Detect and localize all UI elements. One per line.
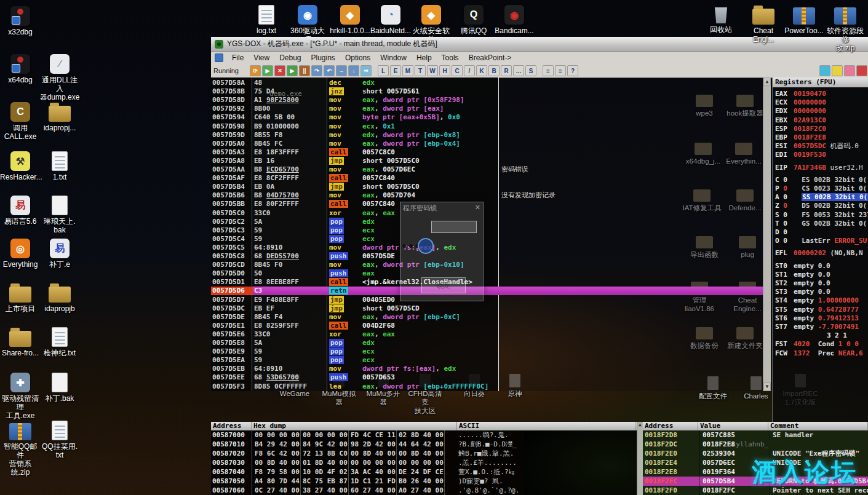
desktop-icon[interactable]: ◎Everything [0,239,41,269]
desktop-icon[interactable]: 软件资源段修改.zip [825,5,866,52]
desktop-icon[interactable]: QQ挂某用.txt [39,421,80,459]
menu-item-file[interactable]: File [227,52,249,63]
toolbar-button[interactable]: ↶ [324,65,335,76]
disasm-row[interactable]: 0057D5928B00moveax, dword ptr [eax] [211,105,763,113]
scroll-down-icon[interactable]: ▼ [763,382,771,391]
disasm-row[interactable]: 0057D5EE68 53D65700push0057D653 [211,373,763,382]
disasm-row[interactable]: 0057D59D8B55 F8movedx, dword ptr [ebp-0x… [211,131,763,140]
desktop-icon[interactable]: idapropjb [39,283,80,313]
desktop-icon[interactable]: x64dbg [0,54,41,84]
disasm-row[interactable]: 0057D5A08B45 FCmoveax, dword ptr [ebp-0x… [211,140,763,148]
disasm-row[interactable]: 0057D5C459popecx [211,235,763,244]
desktop-icon[interactable]: ◔BaiduNetd... [370,5,411,35]
view-button-K[interactable]: K [476,65,487,76]
hexdump-row[interactable]: 00587040F8 79 58 0010 0D 4F 023A AC 40 0… [211,467,637,477]
disasm-row[interactable]: 0057D5E959popecx [211,347,763,356]
desktop-icon[interactable]: x32dbg [0,6,41,36]
disasm-row[interactable]: 0057D5F38D85 0CFFFFFFleaeax, dword ptr [… [211,382,763,391]
toolbar-button[interactable]: ▶ [262,65,273,76]
hexdump-row[interactable]: 00587010B4 29 42 0084 9C 42 0098 2D 42 0… [211,440,637,449]
desktop-icon[interactable]: 琳琅天上.bak [39,196,80,234]
toolbar-button[interactable]: ? [567,65,578,76]
view-button-C[interactable]: C [452,65,463,76]
toolbar-button[interactable]: ↓ [348,65,359,76]
hexdump-row[interactable]: 0058703000 8D 40 0001 8D 40 0000 00 00 0… [211,458,637,467]
mdi-child-icon[interactable] [215,53,223,62]
toolbar-button[interactable] [832,65,843,76]
desktop-icon[interactable]: 智能QQ邮件营销系统.zip [0,421,41,477]
toolbar-button[interactable]: ⇒ [360,65,372,76]
toolbar-button[interactable]: ⟳ [250,65,261,76]
desktop-icon[interactable]: ◉Bandicam... [494,5,535,35]
disasm-row[interactable]: 0057D5EA59popecx [211,356,763,365]
toolbar-button[interactable]: → [336,65,347,76]
disasm-scrollbar[interactable]: ▲ ▼ [763,77,771,391]
hexdump-row[interactable]: 00587020F8 6C 42 0072 13 8B C000 8D 40 0… [211,449,637,458]
disasm-row[interactable]: 0057D5AAB8 ECD65700moveax, 0057D6EC密码错误 [211,165,763,174]
disasm-row[interactable]: 0057D5C564:8910movdword ptr fs:[eax], ed… [211,244,763,252]
disasm-row[interactable]: 0057D5C359popecx [211,226,763,235]
desktop-icon[interactable]: ✚驱动残留清理工具.exe [0,373,41,420]
desktop-icon[interactable]: Q腾讯QQ [453,5,494,35]
menu-item-tools[interactable]: Tools [437,52,464,63]
hexdump-row[interactable]: 00587050A4 80 7D 448C 75 EB 871D C1 21 F… [211,477,637,486]
toolbar-button[interactable]: ≡ [555,65,566,76]
disasm-row[interactable]: 0057D5AFE8 8CF2FFFFcall0057C840 [211,174,763,183]
view-button-R[interactable]: R [501,65,512,76]
hexdump-row[interactable]: 0058700000 00 00 0000 00 00 00FD 4C CE 1… [211,430,637,440]
desktop-icon[interactable]: idapropj... [39,102,80,132]
hexdump-row[interactable]: 005870600C 27 40 0038 27 40 0060 27 40 0… [211,486,637,495]
disasm-row[interactable]: 0057D5D7E9 F488E8FFjmp00405ED0 [211,296,763,304]
disassembly-panel[interactable]: 0057D58A48decedx0057D58B75 D4jnzshort 00… [211,77,771,391]
disasm-row[interactable]: 0057D5A3E8 18F3FFFFcall0057C8C0 [211,148,763,157]
view-button-S[interactable]: S [525,65,536,76]
desktop-icon[interactable]: 补丁.bak [39,373,80,403]
disasm-row[interactable]: 0057D5D050pusheax [211,269,763,278]
registers-panel[interactable]: Registers (FPU) EAX00190470 ECX00000000 … [772,77,868,422]
disasm-row[interactable]: 0057D5DCEB EFjmpshort 0057D5CD [211,304,763,313]
desktop-icon[interactable]: ⚒ResHacker... [0,151,41,181]
disasm-row[interactable]: 0057D5E85Apopedx [211,339,763,347]
disasm-row[interactable]: 0057D5E633C0xoreax, eax [211,330,763,339]
view-button-E[interactable]: E [390,65,401,76]
scroll-up-icon[interactable]: ▲ [763,77,771,86]
desktop-icon[interactable]: CheatEngi... [743,5,784,44]
toolbar-button[interactable] [844,65,855,76]
disasm-row[interactable]: 0057D5C033C0xoreax, eax [211,209,763,218]
disasm-row[interactable]: 0057D5B4EB 0Ajmpshort 0057D5C0 [211,183,763,191]
toolbar-button[interactable]: ✕ [274,65,285,76]
menu-item-window[interactable]: Window [375,52,412,63]
menu-item-plugins[interactable]: Plugins [306,52,340,63]
disasm-row[interactable]: 0057D5B6B8 04D75700moveax, 0057D704没有发现加… [211,191,763,200]
view-button-M[interactable]: M [402,65,413,76]
desktop-icon[interactable]: 枪神纪.txt [39,327,80,357]
disasm-row[interactable]: 0057D5E1E8 8259F5FFcall004D2F68 [211,322,763,330]
desktop-icon[interactable]: 易补丁.e [39,239,80,269]
disasm-row[interactable]: 0057D5CD8B45 F0moveax, dword ptr [ebp-0x… [211,261,763,269]
disasm-row[interactable]: 0057D5A8EB 16jmpshort 0057D5C0 [211,157,763,165]
desktop-icon[interactable]: 回收站 [701,5,741,34]
password-input[interactable] [431,221,477,233]
menu-item-debug[interactable]: Debug [274,52,306,63]
disasm-row[interactable]: 0057D598B9 01000000movecx, 0x1 [211,122,763,131]
disasm-row[interactable]: 0057D5D6C3retn [211,287,763,295]
menu-item-options[interactable]: Options [340,52,375,63]
desktop-icon[interactable]: 上市项目 [0,283,41,313]
desktop-icon[interactable]: 1.txt [39,151,80,181]
disasm-row[interactable]: 0057D594C640 5B 00movbyte ptr [eax+0x5B]… [211,113,763,122]
stack-row[interactable]: 0018F2D80057C885SE handler [643,430,868,440]
disasm-row[interactable]: 0057D5EB64:8910movdword ptr fs:[eax], ed… [211,365,763,373]
desktop-icon[interactable]: C调用CALL.exe [0,102,41,141]
toolbar-button[interactable]: ↷ [311,65,322,76]
view-button-L[interactable]: L [378,65,389,76]
hexdump-scrollbar[interactable]: ▲ [637,422,643,495]
dialog-ok-button[interactable]: 确定 [421,277,466,293]
disasm-row[interactable]: 0057D5BBE8 80F2FFFFcall0057C840 [211,200,763,208]
hexdump-panel[interactable]: AddressHex dumpASCII 0058700000 00 00 00… [211,422,637,495]
toolbar-button[interactable]: || [299,65,310,76]
menu-item-help[interactable]: Help [412,52,437,63]
close-icon[interactable]: ✕ [475,204,480,213]
menu-item-breakpoint[interactable]: BreakPoint-> [464,52,517,63]
view-button-T[interactable]: T [415,65,426,76]
desktop-icon[interactable]: PowerToo... [784,5,824,35]
